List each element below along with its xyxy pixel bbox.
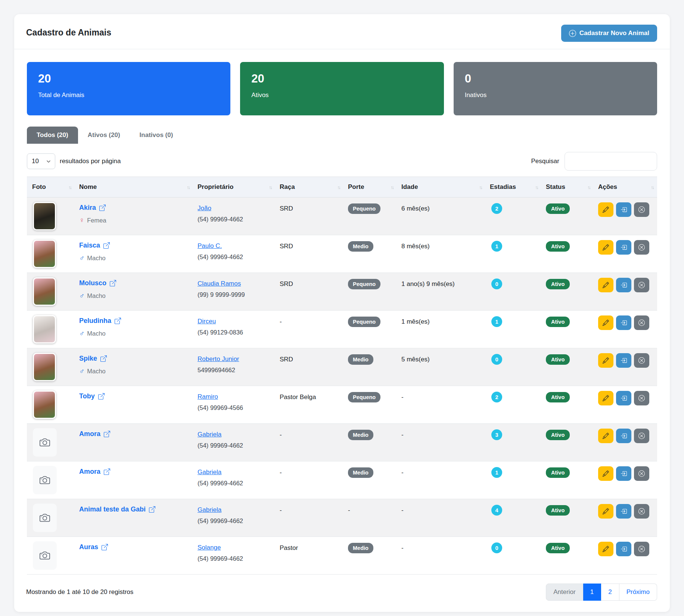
external-link-icon[interactable]	[149, 506, 155, 513]
deactivate-button[interactable]	[634, 429, 649, 443]
col-foto[interactable]: Foto↑↓	[27, 177, 75, 197]
animal-name-link[interactable]: Toby	[79, 392, 95, 400]
deactivate-button[interactable]	[634, 202, 649, 217]
edit-button[interactable]	[598, 466, 613, 481]
col-nome[interactable]: Nome↑↓	[75, 177, 193, 197]
owner-link[interactable]: João	[198, 205, 211, 212]
deactivate-button[interactable]	[634, 542, 649, 556]
stays-badge: 2	[491, 203, 502, 214]
col-status[interactable]: Status↑↓	[541, 177, 594, 197]
external-link-icon[interactable]	[102, 544, 108, 550]
deactivate-button[interactable]	[634, 278, 649, 292]
owner-link[interactable]: Claudia Ramos	[198, 280, 241, 287]
animal-photo[interactable]	[33, 315, 56, 343]
check-in-button[interactable]	[616, 466, 631, 481]
deactivate-button[interactable]	[634, 504, 649, 519]
deactivate-button[interactable]	[634, 353, 649, 368]
animal-name-link[interactable]: Peludinha	[79, 317, 111, 325]
animal-photo[interactable]	[33, 202, 56, 230]
add-animal-button[interactable]: Cadastrar Novo Animal	[561, 25, 657, 42]
edit-button[interactable]	[598, 542, 613, 556]
check-in-button[interactable]	[616, 315, 631, 330]
row-actions	[598, 504, 653, 519]
animal-name-link[interactable]: Spike	[79, 355, 97, 363]
owner-link[interactable]: Ramiro	[198, 393, 218, 401]
col-proprietario[interactable]: Proprietário↑↓	[193, 177, 275, 197]
stays-badge: 2	[491, 392, 502, 402]
animal-photo[interactable]	[33, 240, 56, 268]
animal-name-link[interactable]: Amora	[79, 468, 100, 476]
animal-photo[interactable]	[33, 353, 56, 381]
check-in-button[interactable]	[616, 353, 631, 368]
animal-photo[interactable]	[33, 277, 56, 306]
check-in-button[interactable]	[616, 429, 631, 443]
animal-name-link[interactable]: Molusco	[79, 279, 106, 287]
check-in-button[interactable]	[616, 278, 631, 292]
row-actions	[598, 202, 653, 217]
x-circle-icon	[638, 395, 645, 401]
check-in-button[interactable]	[616, 202, 631, 217]
tab-todos[interactable]: Todos (20)	[27, 127, 78, 144]
external-link-icon[interactable]	[115, 318, 121, 324]
col-acoes[interactable]: Ações↑↓	[594, 177, 657, 197]
animal-name-link[interactable]: Animal teste da Gabi	[79, 505, 146, 513]
deactivate-button[interactable]	[634, 315, 649, 330]
add-animal-button-label: Cadastrar Novo Animal	[579, 29, 649, 37]
edit-button[interactable]	[598, 240, 613, 255]
animal-photo[interactable]	[33, 391, 56, 419]
animal-breed: SRD	[280, 356, 340, 363]
col-idade[interactable]: Idade↑↓	[397, 177, 485, 197]
owner-link[interactable]: Roberto Junior	[198, 355, 239, 363]
deactivate-button[interactable]	[634, 391, 649, 405]
animal-name-link[interactable]: Auras	[79, 543, 98, 551]
pagination-previous[interactable]: Anterior	[546, 584, 583, 601]
owner-link[interactable]: Paulo C.	[198, 242, 222, 250]
tab-inativos[interactable]: Inativos (0)	[130, 127, 183, 144]
col-estadias[interactable]: Estadias↑↓	[485, 177, 541, 197]
edit-button[interactable]	[598, 315, 613, 330]
edit-button[interactable]	[598, 353, 613, 368]
pagination-next[interactable]: Próximo	[619, 584, 657, 601]
edit-button[interactable]	[598, 202, 613, 217]
owner-link[interactable]: Solange	[198, 544, 221, 551]
external-link-icon[interactable]	[104, 431, 110, 437]
external-link-icon[interactable]	[98, 393, 105, 399]
edit-button[interactable]	[598, 429, 613, 443]
animal-gender: ♀Femea	[79, 216, 189, 224]
owner-phone: 54999694662	[198, 367, 271, 374]
check-in-button[interactable]	[616, 542, 631, 556]
owner-link[interactable]: Dirceu	[198, 318, 216, 325]
owner-link[interactable]: Gabriela	[198, 431, 221, 438]
owner-link[interactable]: Gabriela	[198, 469, 221, 476]
female-icon: ♀	[79, 216, 84, 224]
deactivate-button[interactable]	[634, 240, 649, 255]
animal-name-link[interactable]: Amora	[79, 430, 100, 438]
row-actions	[598, 278, 653, 292]
animal-name-link[interactable]: Faisca	[79, 242, 100, 249]
deactivate-button[interactable]	[634, 466, 649, 481]
table-row: Amora Gabriela(54) 99969-4662 - Medio - …	[27, 424, 657, 461]
edit-button[interactable]	[598, 504, 613, 519]
external-link-icon[interactable]	[110, 280, 116, 286]
check-in-button[interactable]	[616, 391, 631, 405]
plus-circle-icon	[569, 30, 576, 37]
col-porte[interactable]: Porte↑↓	[343, 177, 397, 197]
pagination-page-1[interactable]: 1	[583, 584, 601, 601]
tab-ativos[interactable]: Ativos (20)	[78, 127, 130, 144]
edit-button[interactable]	[598, 391, 613, 405]
owner-link[interactable]: Gabriela	[198, 506, 221, 514]
check-in-button[interactable]	[616, 240, 631, 255]
gender-label: Femea	[87, 217, 106, 224]
per-page-select[interactable]: 10	[27, 153, 55, 169]
external-link-icon[interactable]	[104, 469, 110, 475]
check-in-button[interactable]	[616, 504, 631, 519]
pagination-page-2[interactable]: 2	[601, 584, 619, 601]
edit-button[interactable]	[598, 278, 613, 292]
search-input[interactable]	[565, 152, 657, 171]
animal-name-link[interactable]: Akira	[79, 204, 96, 212]
animal-age: -	[401, 393, 482, 401]
col-raca[interactable]: Raça↑↓	[275, 177, 343, 197]
external-link-icon[interactable]	[103, 242, 110, 249]
external-link-icon[interactable]	[99, 205, 106, 211]
external-link-icon[interactable]	[100, 355, 107, 362]
